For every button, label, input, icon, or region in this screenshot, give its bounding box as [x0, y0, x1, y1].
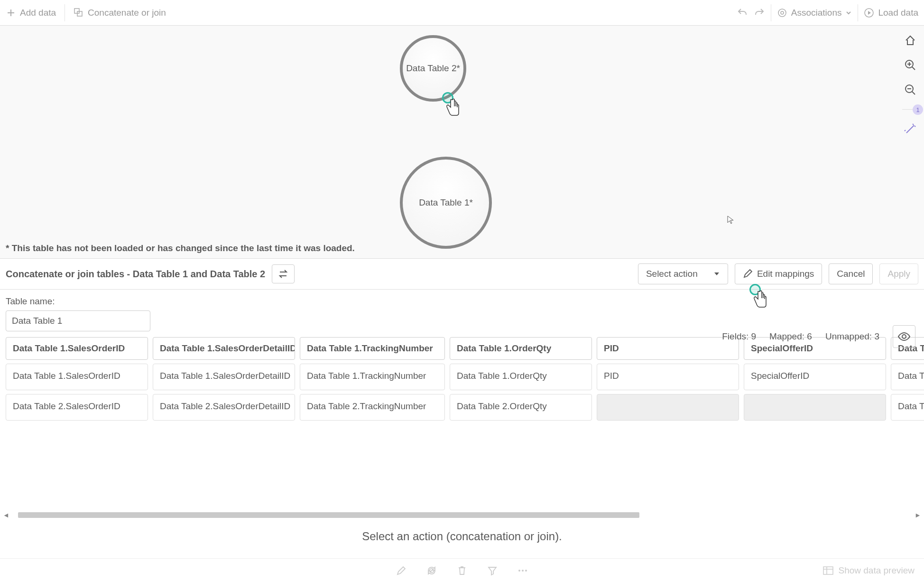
swap-button[interactable] — [272, 264, 295, 283]
filter-icon[interactable] — [487, 565, 498, 576]
data-model-canvas[interactable]: Data Table 2* Data Table 1* * This table… — [0, 26, 924, 258]
pencil-icon — [743, 269, 752, 279]
add-data-label: Add data — [20, 8, 56, 18]
table-icon — [823, 566, 833, 575]
scroll-left-icon[interactable]: ◄ — [3, 511, 9, 519]
cursor-arrow-icon — [727, 216, 734, 224]
associations-button[interactable]: Associations — [777, 8, 852, 18]
hand-cursor-icon — [444, 98, 461, 118]
edit-icon[interactable] — [396, 565, 407, 576]
canvas-side-tools — [902, 33, 918, 136]
mapping-column: Data Table 1.SalesOrderDetailID Data Tab… — [153, 337, 295, 421]
play-circle-icon — [864, 8, 874, 18]
mapping-cell[interactable]: Data Table 1.TrackingNumber — [300, 364, 445, 390]
redo-icon[interactable] — [754, 7, 765, 19]
scroll-right-icon[interactable]: ► — [915, 511, 921, 519]
column-header[interactable]: Data Table 1.OrderQty — [450, 337, 592, 360]
column-header[interactable]: Data Table 1.SalesOrderDetailID — [153, 337, 295, 360]
mapping-stats: Fields: 9 Mapped: 6 Unmapped: 3 — [722, 325, 915, 348]
mapping-cell[interactable]: Data Table 2.SalesOrderID — [6, 394, 148, 421]
cancel-button[interactable]: Cancel — [829, 263, 873, 284]
svg-point-2 — [778, 9, 786, 17]
trash-icon[interactable] — [456, 565, 468, 576]
chevron-down-icon — [845, 9, 852, 16]
scroll-thumb[interactable] — [18, 512, 639, 518]
mapping-column: Data Ta Data Ta Data Ta — [891, 337, 924, 421]
swap-icon — [278, 270, 288, 278]
horizontal-scrollbar[interactable]: ◄ ► — [3, 512, 921, 518]
svg-rect-0 — [74, 9, 79, 13]
zoom-in-icon[interactable] — [903, 58, 917, 72]
mapping-grid: Data Table 1.SalesOrderID Data Table 1.S… — [0, 335, 924, 421]
load-data-label: Load data — [878, 8, 918, 18]
mapping-cell[interactable]: SpecialOfferID — [744, 364, 886, 390]
associations-label: Associations — [791, 8, 842, 18]
action-bar-title: Concatenate or join tables - Data Table … — [6, 269, 265, 280]
mapping-column: Data Table 1.OrderQty Data Table 1.Order… — [450, 337, 592, 421]
apply-label: Apply — [887, 269, 910, 279]
divider — [771, 4, 771, 21]
mapping-cell-empty[interactable] — [744, 394, 886, 421]
divider — [65, 4, 65, 21]
svg-rect-1 — [77, 11, 82, 16]
caret-down-icon — [713, 271, 720, 277]
fields-stat: Fields: 9 — [722, 331, 756, 342]
canvas-footnote: * This table has not been loaded or has … — [6, 243, 355, 253]
mapping-cell[interactable]: Data Table 2.OrderQty — [450, 394, 592, 421]
select-action-dropdown[interactable]: Select action — [638, 263, 728, 284]
select-action-label: Select action — [646, 269, 698, 279]
tables-icon — [74, 8, 84, 18]
mapping-cell[interactable]: Data Ta — [891, 364, 924, 390]
mapping-cell[interactable]: Data Table 1.SalesOrderID — [6, 364, 148, 390]
edit-mappings-button[interactable]: Edit mappings — [735, 263, 822, 284]
column-header[interactable]: Data Table 1.TrackingNumber — [300, 337, 445, 360]
zoom-out-icon[interactable] — [903, 83, 917, 97]
concatenate-join-button[interactable]: Concatenate or join — [74, 8, 166, 18]
svg-rect-11 — [823, 567, 833, 574]
undo-icon[interactable] — [737, 7, 748, 19]
top-toolbar: Add data Concatenate or join Association… — [0, 0, 924, 26]
table-bubble-data-table-2[interactable]: Data Table 2* — [400, 35, 466, 102]
divider — [858, 4, 858, 21]
scroll-track[interactable] — [9, 512, 915, 518]
load-data-button[interactable]: Load data — [864, 8, 918, 18]
mapping-cell[interactable]: Data Table 2.SalesOrderDetailID — [153, 394, 295, 421]
recommendations-badge: 1 — [913, 104, 923, 115]
mapped-stat: Mapped: 6 — [769, 331, 812, 342]
mapping-cell[interactable]: PID — [597, 364, 739, 390]
cancel-label: Cancel — [837, 269, 865, 279]
column-header[interactable]: Data Table 1.SalesOrderID — [6, 337, 148, 360]
show-data-preview-button[interactable]: Show data preview — [823, 565, 915, 576]
associations-icon — [777, 8, 787, 18]
mapping-column: SpecialOfferID SpecialOfferID — [744, 337, 886, 421]
magic-wand-icon[interactable] — [903, 122, 917, 136]
eye-icon — [898, 332, 910, 341]
svg-point-9 — [522, 570, 524, 572]
mapping-column: PID PID — [597, 337, 739, 421]
plus-icon — [6, 8, 16, 18]
refresh-icon[interactable] — [426, 565, 437, 576]
svg-point-10 — [525, 570, 527, 572]
unmapped-stat: Unmapped: 3 — [825, 331, 879, 342]
action-bar: Concatenate or join tables - Data Table … — [0, 258, 924, 290]
mapping-cell[interactable]: Data Ta — [891, 394, 924, 421]
bubble-label: Data Table 2* — [406, 63, 460, 74]
more-icon[interactable] — [517, 565, 528, 576]
apply-button[interactable]: Apply — [879, 263, 918, 284]
column-header[interactable]: PID — [597, 337, 739, 360]
table-name-input[interactable] — [6, 310, 150, 331]
mapping-cell[interactable]: Data Table 1.OrderQty — [450, 364, 592, 390]
add-data-button[interactable]: Add data — [6, 8, 56, 18]
svg-point-7 — [902, 335, 906, 338]
preview-toggle-button[interactable] — [893, 325, 915, 348]
edit-mappings-label: Edit mappings — [757, 269, 814, 279]
mapping-column: Data Table 1.SalesOrderID Data Table 1.S… — [6, 337, 148, 421]
table-bubble-data-table-1[interactable]: Data Table 1* — [400, 157, 492, 249]
mapping-cell[interactable]: Data Table 2.TrackingNumber — [300, 394, 445, 421]
action-prompt: Select an action (concatenation or join)… — [0, 530, 924, 543]
bubble-label: Data Table 1* — [419, 197, 473, 208]
table-name-label: Table name: — [6, 296, 918, 307]
home-icon[interactable] — [903, 33, 917, 47]
mapping-cell-empty[interactable] — [597, 394, 739, 421]
mapping-cell[interactable]: Data Table 1.SalesOrderDetailID — [153, 364, 295, 390]
